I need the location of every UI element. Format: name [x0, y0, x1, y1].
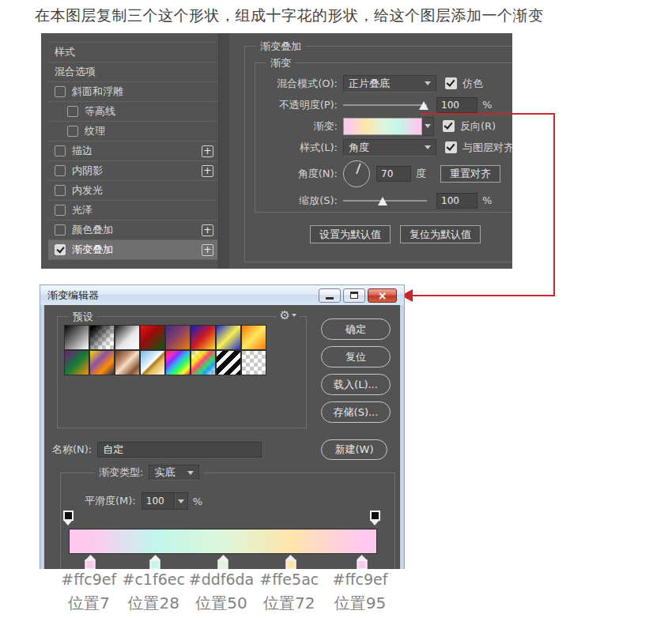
- angle-dial[interactable]: [343, 160, 370, 187]
- minimize-button[interactable]: [319, 288, 341, 303]
- style-checkbox[interactable]: [67, 106, 78, 117]
- preset-orange-yellow-orange[interactable]: [242, 326, 266, 349]
- style-list-item-blending-options[interactable]: 混合选项: [48, 62, 217, 82]
- align-with-layer-checkbox[interactable]: [445, 141, 457, 153]
- load-button[interactable]: 载入(L)...: [321, 374, 391, 395]
- slider-thumb[interactable]: [419, 101, 428, 110]
- style-list-scrollbar[interactable]: [218, 33, 229, 269]
- reset-default-button[interactable]: 复位为默认值: [400, 225, 481, 243]
- preset-black-white[interactable]: [115, 326, 139, 349]
- style-list-item-inner-glow[interactable]: 内发光: [48, 181, 217, 201]
- page: 在本图层复制三个这个形状，组成十字花的形状，给这个图层添加一个渐变 样式混合选项…: [0, 0, 672, 618]
- style-checkbox[interactable]: [67, 126, 78, 137]
- preset-violet-orange[interactable]: [166, 326, 190, 349]
- plus-icon[interactable]: +: [202, 224, 213, 236]
- style-list-item-stroke[interactable]: 描边+: [48, 141, 217, 161]
- style-checkbox[interactable]: [55, 165, 66, 176]
- reverse-checkbox[interactable]: [443, 120, 455, 132]
- plus-icon[interactable]: +: [202, 165, 213, 177]
- swatch-position-label: 位置72: [259, 593, 319, 614]
- color-stop[interactable]: [85, 555, 96, 569]
- blend-mode-row: 混合模式(O): 正片叠底 仿色: [255, 73, 512, 94]
- color-stop[interactable]: [150, 555, 160, 569]
- opacity-stop-right[interactable]: [370, 511, 380, 521]
- color-stop[interactable]: [357, 555, 367, 569]
- name-input[interactable]: 自定: [97, 442, 262, 458]
- style-checkbox[interactable]: [55, 145, 66, 156]
- preset-transparent-rainbow[interactable]: [191, 351, 215, 375]
- style-list-item-color-overlay[interactable]: 颜色叠加+: [48, 220, 217, 240]
- preset-fg-to-transparent[interactable]: [90, 326, 114, 349]
- smoothness-dropdown[interactable]: [175, 492, 188, 510]
- blend-mode-select[interactable]: 正片叠底: [343, 75, 436, 92]
- opacity-slider[interactable]: [343, 99, 427, 111]
- close-button[interactable]: ×: [368, 288, 397, 303]
- gear-icon[interactable]: ⚙: [277, 308, 300, 322]
- opacity-input[interactable]: 100: [436, 97, 478, 113]
- swatch-position-label: 位置28: [123, 593, 185, 614]
- color-stop[interactable]: [218, 555, 228, 569]
- color-stop[interactable]: [285, 555, 296, 569]
- dither-checkbox[interactable]: [445, 77, 457, 89]
- opacity-stop-left[interactable]: [63, 511, 74, 521]
- plus-icon[interactable]: +: [202, 244, 213, 256]
- new-button[interactable]: 新建(W): [321, 439, 387, 460]
- preset-chrome-gold[interactable]: [141, 351, 164, 375]
- preset-violet-green-orange[interactable]: [65, 351, 89, 375]
- preset-red-green[interactable]: [141, 326, 164, 349]
- gradient-type-select[interactable]: 实底: [149, 465, 199, 480]
- style-checkbox[interactable]: [55, 244, 66, 255]
- style-checkbox[interactable]: [55, 224, 66, 236]
- tutorial-note: 在本图层复制三个这个形状，组成十字花的形状，给这个图层添加一个渐变: [35, 6, 544, 26]
- maximize-button[interactable]: [343, 288, 365, 303]
- gradient-editor-window: 渐变编辑器 × 预设 ⚙ 确定 复位 载入(L)... 存储(S)... 名称(…: [40, 285, 405, 569]
- slider-thumb[interactable]: [378, 197, 387, 205]
- style-label: 样式(L):: [257, 141, 338, 155]
- smoothness-row: 平滑度(M): 100 %: [85, 492, 202, 510]
- chevron-down-icon: [425, 124, 431, 128]
- scale-slider[interactable]: [343, 194, 427, 207]
- style-list-item-satin[interactable]: 光泽: [48, 201, 217, 220]
- scale-input[interactable]: 100: [436, 193, 478, 209]
- window-titlebar[interactable]: 渐变编辑器 ×: [40, 285, 404, 305]
- panel-title: 渐变叠加: [256, 40, 305, 54]
- style-checkbox[interactable]: [55, 205, 66, 216]
- reset-button[interactable]: 复位: [321, 346, 391, 367]
- preset-copper[interactable]: [115, 351, 139, 375]
- preset-blue-red-yellow[interactable]: [191, 326, 215, 349]
- style-list-item-contour[interactable]: 等高线: [48, 102, 217, 122]
- style-checkbox[interactable]: [55, 86, 66, 97]
- gradient-picker-arrow[interactable]: [422, 117, 434, 136]
- reset-align-button[interactable]: 重置对齐: [440, 165, 500, 183]
- color-stop-swatch: [218, 560, 228, 569]
- plus-icon[interactable]: +: [202, 145, 213, 157]
- style-checkbox[interactable]: [55, 185, 66, 196]
- scale-label: 缩放(S):: [257, 194, 338, 208]
- smoothness-input[interactable]: 100: [142, 492, 175, 510]
- preset-yellow-violet-orange-blue[interactable]: [90, 351, 114, 375]
- align-with-layer-label: 与图层对齐(I): [462, 141, 512, 155]
- preset-blue-yellow-blue[interactable]: [217, 326, 240, 349]
- ok-button[interactable]: 确定: [321, 318, 391, 340]
- style-item-label: 样式: [55, 45, 75, 59]
- style-list-item-inner-shadow[interactable]: 内阴影+: [48, 161, 217, 181]
- opacity-unit: %: [482, 99, 492, 111]
- preset-transparent-checker[interactable]: [242, 351, 266, 375]
- save-button[interactable]: 存储(S)...: [321, 401, 391, 423]
- minimize-icon: [326, 297, 334, 300]
- set-default-button[interactable]: 设置为默认值: [310, 225, 391, 243]
- style-list-item-bevel-emboss[interactable]: 斜面和浮雕: [48, 82, 217, 102]
- default-buttons-row: 设置为默认值 复位为默认值: [310, 225, 490, 243]
- preset-spectrum[interactable]: [166, 351, 190, 375]
- gradient-bar[interactable]: [69, 529, 377, 554]
- angle-input[interactable]: 70: [376, 166, 411, 182]
- gradient-type-row: 渐变类型: 实底: [94, 465, 204, 480]
- preset-diagonal-stripes[interactable]: [217, 351, 240, 375]
- style-list-item-texture[interactable]: 纹理: [48, 122, 217, 141]
- color-stop-swatch: [285, 560, 296, 569]
- style-list-item-gradient-overlay[interactable]: 渐变叠加+: [48, 240, 217, 260]
- gradient-style-select[interactable]: 角度: [343, 139, 436, 156]
- style-list-item-styles[interactable]: 样式: [48, 43, 217, 62]
- preset-fg-to-bg[interactable]: [65, 326, 89, 349]
- gradient-preview[interactable]: [343, 118, 422, 135]
